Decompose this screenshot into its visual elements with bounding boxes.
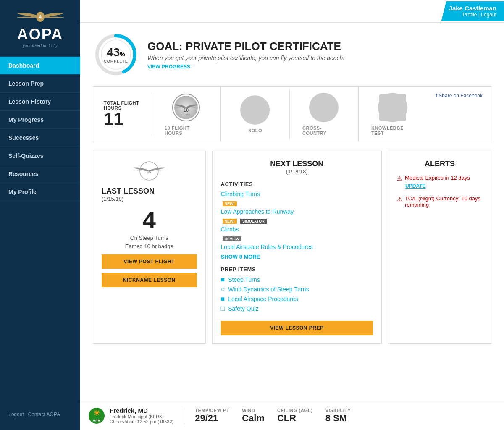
weather-wind: WIND Calm: [242, 408, 265, 424]
alert-item-1: ⚠ TO/L (Night) Currency: 10 days remaini…: [397, 195, 483, 208]
prep-link-0[interactable]: Steep Turns: [228, 276, 260, 283]
activity-link-3[interactable]: Local Airspace Rules & Procedures: [221, 244, 373, 250]
goal-title: GOAL: PRIVATE PILOT CERTIFICATE: [147, 40, 344, 53]
svg-text:HOURS: HOURS: [182, 113, 191, 116]
progress-circle: 43% COMPLETE: [93, 31, 139, 78]
sidebar-logo: A AOPA your freedom to fly: [0, 0, 80, 57]
prep-items-label: PREP ITEMS: [221, 266, 373, 273]
goal-section: 43% COMPLETE GOAL: PRIVATE PILOT CERTIFI…: [93, 31, 491, 78]
alert-icon-1: ⚠: [397, 196, 402, 202]
svg-point-9: [242, 97, 268, 123]
quiz-icon-3: □: [221, 305, 225, 312]
last-lesson-detail: On Steep Turns Earned 10 hr badge: [102, 234, 197, 250]
wind-label: WIND: [242, 408, 265, 413]
knowledge-test-badge-icon: [378, 93, 407, 122]
activity-link-2[interactable]: Climbs: [221, 226, 373, 233]
aopa-tagline: your freedom to fly: [6, 43, 74, 48]
review-badge-2: REVIEW: [223, 236, 242, 241]
user-badge: Jake Castleman Profile | Logout: [441, 1, 504, 21]
visibility-value: 8 SM: [326, 413, 351, 424]
sidebar-item-my-progress[interactable]: My Progress: [0, 111, 80, 129]
lesson-detail-line2: Earned 10 hr badge: [125, 243, 173, 249]
activity-link-1[interactable]: Low Approaches to Runway: [221, 208, 373, 215]
temp-value: 29/21: [195, 413, 229, 424]
weather-airport: Fredrick Municipal (KFDK): [110, 414, 173, 419]
sidebar: A AOPA your freedom to fly Dashboard Les…: [0, 0, 80, 430]
weather-city: Fredrick, MD: [110, 407, 173, 414]
nickname-lesson-button[interactable]: NICKNAME LESSON: [102, 273, 197, 287]
contact-aopa-link[interactable]: Contact AOPA: [28, 412, 60, 417]
facebook-share: f Share on Facebook: [427, 87, 491, 105]
facebook-share-link[interactable]: f Share on Facebook: [436, 93, 483, 99]
weather-location: ☀ VFR Fredrick, MD Fredrick Municipal (K…: [89, 407, 184, 424]
sidebar-item-lesson-history[interactable]: Lesson History: [0, 93, 80, 111]
wind-value: Calm: [242, 413, 265, 424]
sidebar-item-resources[interactable]: Resources: [0, 165, 80, 183]
view-lesson-prep-button[interactable]: VIEW LESSON PREP: [221, 321, 373, 335]
facebook-share-label: Share on Facebook: [438, 93, 483, 99]
prep-item-1: ○ Wind Dynamics of Steep Turns: [221, 286, 373, 293]
simulator-badge-1: SIMULATOR: [240, 219, 267, 224]
profile-link[interactable]: Profile: [462, 12, 477, 18]
activity-item-2: Climbs REVIEW: [221, 226, 373, 242]
flight-hours-number: 11: [104, 110, 141, 128]
activity-link-0[interactable]: Climbing Turns: [221, 191, 373, 197]
prep-link-3[interactable]: Safety Quiz: [228, 305, 258, 312]
alerts-card: ALERTS ⚠ Medical Expires in 12 days UPDA…: [388, 151, 491, 344]
svg-text:10: 10: [184, 108, 189, 113]
user-links: Profile | Logout: [449, 12, 496, 18]
doc-icon-0: ■: [221, 276, 225, 283]
logout-link[interactable]: Logout: [8, 412, 24, 417]
badge-cross-country: CROSS-COUNTRY: [290, 87, 359, 142]
lesson-detail-line1: On Steep Turns: [130, 235, 168, 241]
10-hours-badge-icon: 10 HOURS: [171, 93, 201, 122]
sidebar-item-self-quizzes[interactable]: Self-Quizzes: [0, 147, 80, 165]
doc-icon-2: ■: [221, 295, 225, 303]
location-details: Fredrick, MD Fredrick Municipal (KFDK) O…: [110, 407, 173, 424]
prep-link-2[interactable]: Local Airspace Procedures: [228, 296, 298, 302]
weather-ceiling: CEILING (AGL) CLR: [277, 408, 313, 424]
facebook-icon: f: [436, 93, 437, 99]
activity-item-0: Climbing Turns NEW!: [221, 191, 373, 207]
view-progress-link[interactable]: VIEW PROGRESS: [147, 64, 344, 70]
user-name: Jake Castleman: [449, 5, 496, 12]
next-lesson-title: NEXT LESSON: [221, 160, 373, 168]
vfr-label: VFR: [93, 419, 100, 423]
10-hours-badge-label: 10 FLIGHT HOURS: [165, 126, 208, 136]
alert-text-1: TO/L (Night) Currency: 10 days remaining: [405, 195, 483, 208]
cross-country-badge-icon: [309, 93, 339, 122]
view-post-flight-button[interactable]: VIEW POST FLIGHT: [102, 254, 197, 269]
last-lesson-date: (1/15/18): [102, 196, 197, 202]
alert-update-link-0[interactable]: UPDATE: [405, 183, 483, 189]
next-lesson-card: NEXT LESSON (1/18/18) ACTIVITIES Climbin…: [212, 151, 382, 344]
solo-badge-icon: [240, 95, 270, 125]
main-content: 43% COMPLETE GOAL: PRIVATE PILOT CERTIFI…: [80, 23, 504, 430]
cross-country-badge-label: CROSS-COUNTRY: [302, 126, 346, 136]
activity-item-3: Local Airspace Rules & Procedures: [221, 244, 373, 250]
prep-item-0: ■ Steep Turns: [221, 276, 373, 283]
svg-text:10: 10: [147, 169, 152, 174]
new-badge-0: NEW!: [223, 201, 237, 206]
badge-10-flight-hours: 10 HOURS 10 FLIGHT HOURS: [152, 87, 221, 142]
last-lesson-title: LAST LESSON: [102, 187, 197, 196]
sidebar-item-successes[interactable]: Successes: [0, 129, 80, 147]
aopa-wings-icon: A: [13, 8, 68, 25]
flight-hours: TOTAL FLIGHTHOURS 11: [93, 92, 152, 136]
sun-icon: ☀: [93, 409, 100, 418]
weather-observation: Observation: 12:52 pm (16522): [110, 419, 173, 424]
sidebar-item-my-profile[interactable]: My Profile: [0, 183, 80, 201]
user-logout-link[interactable]: Logout: [481, 12, 496, 18]
sidebar-item-dashboard[interactable]: Dashboard: [0, 57, 80, 75]
visibility-label: VISIBILITY: [326, 408, 351, 413]
stats-bar: TOTAL FLIGHTHOURS 11: [93, 86, 491, 142]
svg-point-10: [310, 94, 337, 121]
show-more-link[interactable]: SHOW 8 MORE: [221, 254, 373, 260]
weather-temp: TEMP/DEW PT 29/21: [195, 408, 229, 424]
prep-link-1[interactable]: Wind Dynamics of Steep Turns: [228, 286, 309, 293]
sidebar-item-lesson-prep[interactable]: Lesson Prep: [0, 75, 80, 93]
alerts-title: ALERTS: [397, 160, 483, 168]
weather-visibility: VISIBILITY 8 SM: [326, 408, 351, 424]
topbar: Jake Castleman Profile | Logout: [80, 0, 504, 23]
new-badge-1: NEW!: [223, 219, 237, 224]
vfr-badge: ☀ VFR: [89, 408, 105, 424]
